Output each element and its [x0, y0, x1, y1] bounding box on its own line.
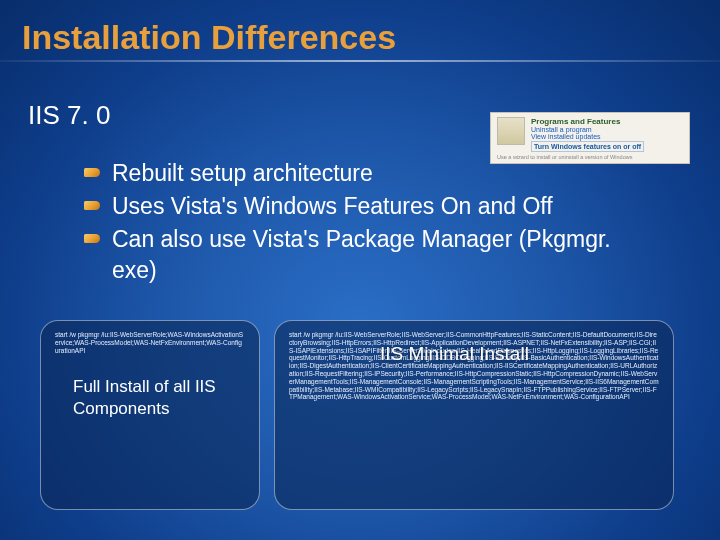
- command-boxes: start /w pkgmgr /iu:IIS-WebServerRole;WA…: [40, 320, 690, 510]
- bullet-item: Uses Vista's Windows Features On and Off: [84, 191, 644, 222]
- full-install-command: start /w pkgmgr /iu:IIS-WebServerRole;WA…: [55, 331, 245, 354]
- minimal-install-command: start /w pkgmgr /iu:IIS-WebServerRole;II…: [289, 331, 659, 401]
- bullet-item: Can also use Vista's Package Manager (Pk…: [84, 224, 644, 286]
- minimal-install-box: IIS Minimal Install start /w pkgmgr /iu:…: [274, 320, 674, 510]
- turn-features-link: Turn Windows features on or off: [531, 141, 644, 152]
- caption-line: Components: [73, 399, 169, 418]
- full-install-box: start /w pkgmgr /iu:IIS-WebServerRole;WA…: [40, 320, 260, 510]
- full-install-caption: Full Install of all IIS Components: [73, 376, 245, 419]
- section-subtitle: IIS 7. 0: [28, 100, 110, 131]
- bullet-item: Rebuilt setup architecture: [84, 158, 644, 189]
- divider: [0, 60, 720, 62]
- bullet-list: Rebuilt setup architecture Uses Vista's …: [84, 158, 644, 288]
- windows-features-panel: Programs and Features Uninstall a progra…: [490, 112, 690, 164]
- programs-icon: [497, 117, 525, 145]
- slide-title: Installation Differences: [0, 0, 720, 57]
- caption-line: Full Install of all IIS: [73, 377, 216, 396]
- minimal-install-caption: IIS Minimal Install: [380, 343, 529, 365]
